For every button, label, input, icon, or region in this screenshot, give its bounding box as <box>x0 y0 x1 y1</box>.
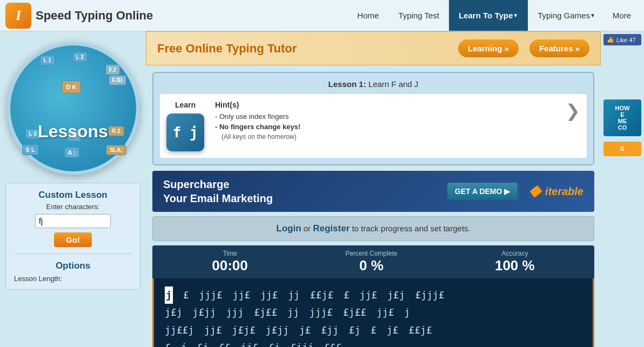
features-button[interactable]: Features » <box>529 39 589 57</box>
stat-percent: Percent Complete 0 % <box>345 250 397 274</box>
login-suffix: to track progress and set targets. <box>352 224 470 233</box>
lesson-tile-l1[interactable]: L 1 <box>40 55 55 65</box>
ad-text: Supercharge Your Email Marketing <box>163 177 273 205</box>
custom-lesson-input[interactable] <box>35 214 111 228</box>
like-count: Like 47 <box>616 37 635 43</box>
lessons-label: Lessons <box>38 122 108 142</box>
header: I Speed Typing Online Home Typing Test L… <box>0 0 644 31</box>
lesson-tile-l2[interactable]: L 2 <box>72 52 88 62</box>
learn-section: Learn f j <box>166 101 204 151</box>
typing-line4: £ j £j ££ jj£ £j £jjj £££ <box>165 342 341 347</box>
typing-line2: j£j j£jj jjj £j££ jj jjj£ £j££ jj£ j <box>165 306 410 318</box>
stats-bar: Time 00:00 Percent Complete 0 % Accuracy… <box>152 245 594 278</box>
lesson-length-label: Lesson Length: <box>14 275 132 283</box>
lesson-card-header: Lesson 1: Learn F and J <box>160 79 587 89</box>
ad-cta-button[interactable]: GET A DEMO ▶ <box>447 183 518 200</box>
ad-cta: GET A DEMO ▶ 🔶 iterable <box>447 183 583 200</box>
typing-line1: £ jjj£ jj£ jj£ jj ££j£ £ jj£ j£j £jjj£ <box>183 289 445 301</box>
logo-text: Speed Typing Online <box>36 9 153 23</box>
right-cta-button[interactable]: G <box>603 142 641 156</box>
hint-1: - Only use index fingers <box>215 112 555 121</box>
custom-lesson-enter-label: Enter characters: <box>14 203 132 211</box>
register-link[interactable]: Register <box>313 223 350 233</box>
next-arrow[interactable]: ❯ <box>566 101 580 121</box>
nav-home[interactable]: Home <box>347 0 388 31</box>
banner-title: Free Online Typing Tutor <box>157 42 447 56</box>
login-link[interactable]: Login <box>276 223 301 233</box>
nav: Home Typing Test Learn To Type Typing Ga… <box>347 0 639 31</box>
center-content: Free Online Typing Tutor Learning » Feat… <box>146 31 601 347</box>
hints-section: Hint(s) - Only use index fingers - No fi… <box>215 101 555 141</box>
lesson-tile-fj[interactable]: FJ <box>105 64 120 75</box>
time-label: Time <box>212 250 248 257</box>
nav-learn-to-type[interactable]: Learn To Type <box>449 0 528 31</box>
ad-logo: 🔶 iterable <box>528 185 583 198</box>
logo-icon: I <box>5 3 31 29</box>
lesson-tile-sla[interactable]: SLA; <box>106 145 126 155</box>
lesson-card: Lesson 1: Learn F and J Learn f j Hint(s… <box>152 72 594 165</box>
typing-text: j £ jjj£ jj£ jj£ jj ££j£ £ jj£ j£j £jjj£… <box>165 286 582 347</box>
accuracy-value: 100 % <box>495 257 535 274</box>
options-title: Options <box>14 261 132 271</box>
lesson-tile-dk[interactable]: D K <box>62 81 82 94</box>
like-badge[interactable]: 👍 Like 47 <box>603 34 641 45</box>
stat-time: Time 00:00 <box>212 250 248 274</box>
key-display: f j <box>166 114 204 151</box>
typing-area[interactable]: j £ jjj£ jj£ jj£ jj ££j£ £ jj£ j£j £jjj£… <box>152 278 594 347</box>
right-ad: HOWEMECO <box>603 99 641 136</box>
right-ad-text: HOWEMECO <box>606 105 639 131</box>
go-button[interactable]: Go! <box>54 232 92 247</box>
stat-accuracy: Accuracy 100 % <box>495 250 535 274</box>
time-value: 00:00 <box>212 257 248 274</box>
main-container: L 1 L 2 FJ D K FJD L 3 R 2 ↘ S L A ; SLA… <box>0 31 644 347</box>
typing-cursor: j <box>165 286 173 304</box>
custom-lesson-box: Custom Lesson Enter characters: Go! Opti… <box>5 183 140 290</box>
right-sidebar: 👍 Like 47 HOWEMECO G <box>601 31 644 347</box>
hint-2-sub: (All keys on the homerow) <box>222 133 555 141</box>
lessons-circle[interactable]: L 1 L 2 FJ D K FJD L 3 R 2 ↘ S L A ; SLA… <box>7 42 139 175</box>
learning-button[interactable]: Learning » <box>458 39 519 57</box>
lesson-tile-r2[interactable]: R 2 <box>108 126 124 136</box>
nav-typing-games[interactable]: Typing Games <box>528 0 605 31</box>
lesson-tile-sl[interactable]: S L <box>22 144 39 155</box>
hints-label: Hint(s) <box>215 101 555 109</box>
typing-line3: jj££j jj£ j£j£ j£jj j£ £jj £j £ j£ ££j£ <box>165 324 432 336</box>
login-bar: Login or Register to track progress and … <box>152 216 594 241</box>
accuracy-label: Accuracy <box>495 250 535 257</box>
nav-more[interactable]: More <box>605 0 639 31</box>
ad-banner: Supercharge Your Email Marketing GET A D… <box>152 171 594 212</box>
hint-2: - No fingers change keys! <box>215 123 555 131</box>
percent-value: 0 % <box>345 257 397 274</box>
lesson-card-body: Learn f j Hint(s) - Only use index finge… <box>160 94 587 158</box>
like-icon: 👍 <box>607 36 614 43</box>
nav-typing-test[interactable]: Typing Test <box>388 0 449 31</box>
left-sidebar: L 1 L 2 FJ D K FJD L 3 R 2 ↘ S L A ; SLA… <box>0 31 146 347</box>
percent-label: Percent Complete <box>345 250 397 257</box>
learn-label: Learn <box>175 101 196 109</box>
lesson-tile-fjd[interactable]: FJD <box>109 75 126 85</box>
custom-lesson-title: Custom Lesson <box>14 190 132 201</box>
top-banner: Free Online Typing Tutor Learning » Feat… <box>146 31 601 65</box>
logo[interactable]: I Speed Typing Online <box>5 3 153 29</box>
or-text: or <box>304 224 313 233</box>
lesson-tile-a[interactable]: A ; <box>64 147 79 158</box>
